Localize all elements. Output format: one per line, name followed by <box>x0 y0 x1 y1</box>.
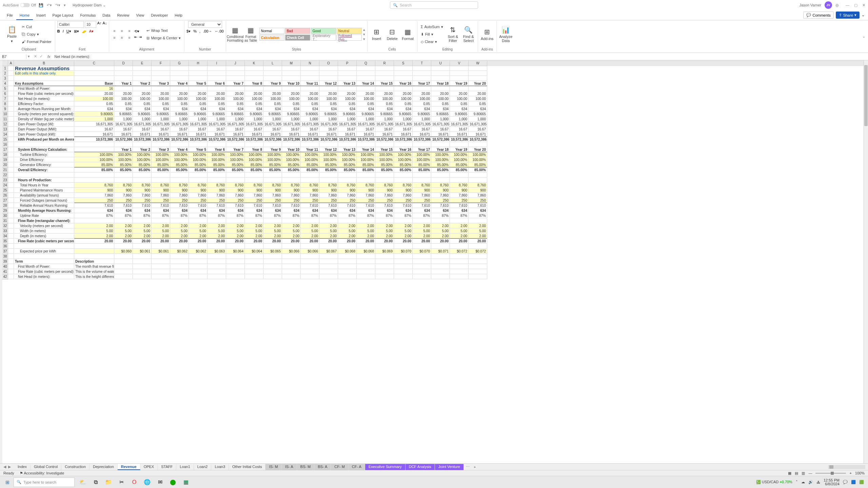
style-good[interactable]: Good <box>311 28 336 34</box>
align-bottom-icon[interactable]: ≡ <box>126 28 132 34</box>
style-normal[interactable]: Normal <box>259 28 284 34</box>
search-box[interactable]: 🔍 Search <box>390 1 478 9</box>
align-left-icon[interactable]: ≡ <box>111 35 117 41</box>
font-group: A↑ A↓ B I U▾ ⊞▾ ◢▾ A▾ Font <box>55 21 110 52</box>
currency-icon[interactable]: $▾ <box>186 29 191 34</box>
increase-decimal-icon[interactable]: .00→ <box>203 29 212 34</box>
format-as-table-button[interactable]: ▦Format as Table <box>244 23 258 46</box>
orientation-icon[interactable]: ⟲▾ <box>134 29 142 34</box>
format-icon: ▦ <box>405 28 411 36</box>
underline-button[interactable]: U▾ <box>66 29 71 34</box>
border-button[interactable]: ⊞▾ <box>74 29 79 34</box>
editing-label: Editing <box>419 47 476 52</box>
comments-button[interactable]: 💬 Comments <box>803 12 833 19</box>
menu-tab-review[interactable]: Review <box>114 11 133 19</box>
clear-button[interactable]: ◇ Clear ▾ <box>419 38 445 45</box>
delete-cells-button[interactable]: ⊟Delete <box>385 23 399 46</box>
cells-group: ⊞Insert ⊟Delete ▦Format Cells <box>368 21 417 52</box>
wrap-text-button[interactable]: ↩Wrap Text <box>145 27 182 34</box>
style-calculation[interactable]: Calculation <box>259 35 284 41</box>
menu-tab-developer[interactable]: Developer <box>147 11 171 19</box>
fx-icon[interactable]: fx <box>45 55 53 59</box>
autosave-toggle[interactable]: AutoSave Off <box>3 3 36 7</box>
style-bad[interactable]: Bad <box>285 28 310 34</box>
bold-button[interactable]: B <box>57 29 60 34</box>
format-painter-button[interactable]: 🖌Format Painter <box>20 38 53 45</box>
font-color-button[interactable]: A▾ <box>89 29 94 34</box>
delete-icon: ⊟ <box>389 28 395 36</box>
analyze-data-button[interactable]: 📊Analyze Data <box>499 23 513 46</box>
maximize-icon[interactable]: ▢ <box>854 3 857 7</box>
fill-button[interactable]: ⬇ Fill ▾ <box>419 31 445 38</box>
clipboard-group: 📋Paste▾ ✂Cut ⿻Copy ▾ 🖌Format Painter Cli… <box>3 21 55 52</box>
font-name-select[interactable] <box>57 21 84 28</box>
insert-icon: ⊞ <box>374 28 379 36</box>
paste-button[interactable]: 📋Paste▾ <box>5 23 19 46</box>
styles-up-icon[interactable]: ▴ <box>363 27 365 32</box>
comma-icon[interactable]: , <box>199 29 200 34</box>
copy-button[interactable]: ⿻Copy ▾ <box>20 31 53 38</box>
document-title[interactable]: Hydropower Dam ⌄ <box>73 3 106 7</box>
increase-indent-icon[interactable]: ⇥ <box>139 35 142 39</box>
increase-font-icon[interactable]: A↑ <box>97 21 102 28</box>
autosave-label: AutoSave <box>3 3 19 7</box>
cancel-formula-icon[interactable]: ✕ <box>34 54 37 59</box>
styles-more-icon[interactable]: ▾ <box>363 37 365 41</box>
percent-icon[interactable]: % <box>193 29 197 34</box>
style-explanatory[interactable]: Explanatory T... <box>311 35 336 41</box>
coming-soon-icon[interactable]: ◎ <box>835 3 839 7</box>
style-check-cell[interactable]: Check Cell <box>285 35 310 41</box>
avatar[interactable]: JV <box>825 1 832 9</box>
sort-filter-button[interactable]: ⇅Sort & Filter <box>446 23 460 46</box>
analyze-icon: 📊 <box>501 26 510 34</box>
addins-button[interactable]: ⊞Add-ins <box>480 23 494 46</box>
sort-icon: ⇅ <box>450 26 456 34</box>
accept-formula-icon[interactable]: ✓ <box>40 54 43 59</box>
format-cells-button[interactable]: ▦Format <box>401 23 415 46</box>
redo-icon[interactable]: ↷▾ <box>55 3 60 7</box>
menu-tab-help[interactable]: Help <box>171 11 186 19</box>
menu-tab-view[interactable]: View <box>133 11 148 19</box>
conditional-formatting-button[interactable]: ▦Conditional Formatting <box>228 23 242 46</box>
menu-tab-data[interactable]: Data <box>99 11 114 19</box>
number-format-select[interactable]: General <box>188 21 222 28</box>
align-right-icon[interactable]: ≡ <box>126 35 132 41</box>
menu-tab-home[interactable]: Home <box>16 11 33 20</box>
menu-tab-file[interactable]: File <box>3 11 16 19</box>
find-select-button[interactable]: 🔍Find & Select <box>461 23 476 46</box>
toggle-switch[interactable] <box>20 3 30 7</box>
align-center-icon[interactable]: ≡ <box>119 35 125 41</box>
name-box[interactable]: B7 <box>0 55 26 59</box>
ribbon-collapse-icon[interactable]: ⌄ <box>862 34 865 39</box>
name-box-dropdown-icon[interactable]: ▾ <box>26 54 31 59</box>
align-top-icon[interactable]: ≡ <box>111 28 117 34</box>
merge-center-button[interactable]: ⊟Merge & Center ▾ <box>145 35 182 41</box>
styles-down-icon[interactable]: ▾ <box>363 32 365 37</box>
qat-more-icon[interactable]: ▾ <box>64 3 66 7</box>
decrease-indent-icon[interactable]: ⇤ <box>134 35 137 39</box>
styles-label: Styles <box>228 47 365 52</box>
align-middle-icon[interactable]: ≡ <box>119 28 125 34</box>
decrease-font-icon[interactable]: A↓ <box>103 21 107 28</box>
autosum-button[interactable]: Σ AutoSum ▾ <box>419 23 445 30</box>
menu-tab-formulas[interactable]: Formulas <box>77 11 99 19</box>
insert-cells-button[interactable]: ⊞Insert <box>370 23 384 46</box>
italic-button[interactable]: I <box>63 29 64 34</box>
close-icon[interactable]: ✕ <box>862 3 865 7</box>
menu-tab-page-layout[interactable]: Page Layout <box>49 11 77 19</box>
font-size-select[interactable] <box>85 21 96 28</box>
collapse-ribbon-icon[interactable]: ⌄ <box>862 13 865 17</box>
decrease-decimal-icon[interactable]: ←.00 <box>215 29 223 34</box>
style-hyperlink[interactable]: Followed Hyp... <box>337 35 362 41</box>
share-button[interactable]: ⇪ Share ▾ <box>836 12 860 19</box>
formula-input[interactable]: Net Head (in meters): <box>53 55 868 59</box>
cut-button[interactable]: ✂Cut <box>20 23 53 30</box>
fill-color-button[interactable]: ◢▾ <box>82 29 86 34</box>
menu-tab-insert[interactable]: Insert <box>33 11 49 19</box>
style-neutral[interactable]: Neutral <box>337 28 362 34</box>
user-name[interactable]: Jason Varner <box>799 3 821 7</box>
save-icon[interactable]: 💾 <box>39 3 43 7</box>
undo-icon[interactable]: ↶▾ <box>47 3 52 7</box>
search-icon: 🔍 <box>393 3 398 7</box>
minimize-icon[interactable]: — <box>846 3 849 7</box>
